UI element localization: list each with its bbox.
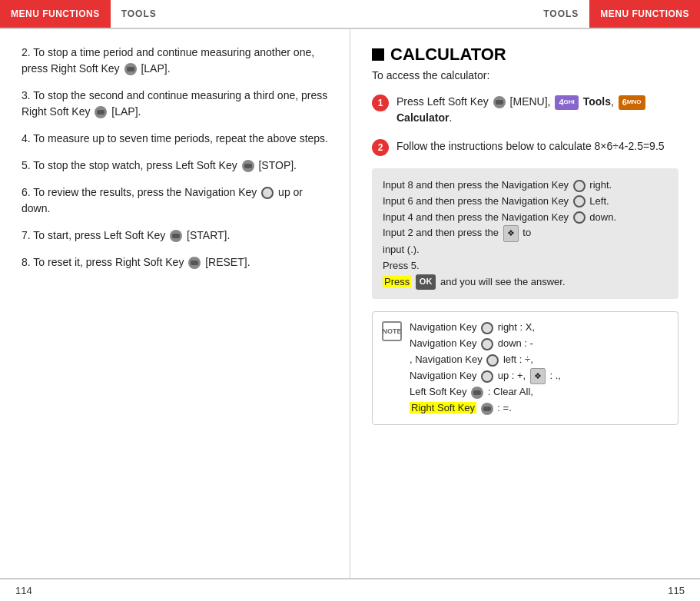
right-tools-label: TOOLS <box>532 8 589 19</box>
left-softkey-icon-nb <box>471 387 483 399</box>
section-title-square <box>372 48 384 61</box>
press-highlight: Press <box>383 276 411 287</box>
nav-circle-ib2 <box>573 195 586 208</box>
right-softkey-icon-2 <box>124 63 137 75</box>
left-menu-functions-badge: MENU FUNCTIONS <box>0 0 111 28</box>
left-softkey-icon-5 <box>242 160 254 172</box>
step-8: 8. To reset it, press Right Soft Key [RE… <box>22 254 328 271</box>
right-step-1: 1 Press Left Soft Key [MENU], 4GHI Tools… <box>372 94 678 126</box>
right-page-number: 115 <box>668 585 685 596</box>
left-softkey-icon-r1 <box>493 96 506 108</box>
right-page: CALCULATOR To access the calculator: 1 P… <box>350 29 700 578</box>
note-icon-inner: NOTE <box>382 321 402 341</box>
note-icon: NOTE <box>382 321 402 341</box>
nav-circle-ib3 <box>573 211 586 224</box>
step-2-text: Follow the instructions below to calcula… <box>396 138 665 154</box>
right-softkey-highlight: Right Soft Key <box>410 402 476 413</box>
footer-right: 115 <box>350 579 701 601</box>
nav-circle-nb4 <box>481 370 493 383</box>
step-5: 5. To stop the stop watch, press Left So… <box>22 158 328 174</box>
nav-circle-nb2 <box>481 338 493 350</box>
note-text: Navigation Key right : X, Navigation Key… <box>410 320 561 417</box>
header: MENU FUNCTIONS TOOLS MENU FUNCTIONS TOOL… <box>0 0 700 28</box>
left-page: 2. To stop a time period and continue me… <box>0 29 350 578</box>
right-menu-functions-badge: MENU FUNCTIONS <box>589 0 700 28</box>
hash-key-ib: ❖ <box>503 225 519 242</box>
section-title-text: CALCULATOR <box>390 45 506 65</box>
section-title: CALCULATOR <box>372 45 678 65</box>
header-left: MENU FUNCTIONS TOOLS <box>0 0 350 28</box>
subtitle: To access the calculator: <box>372 69 678 81</box>
left-tools-label: TOOLS <box>111 8 168 19</box>
hash-key-nb: ❖ <box>530 368 546 385</box>
step-4: 4. To measure up to seven time periods, … <box>22 131 328 147</box>
header-right: MENU FUNCTIONS TOOLS <box>350 0 701 28</box>
step-2: 2. To stop a time period and continue me… <box>22 45 328 77</box>
step-3: 3. To stop the second and continue measu… <box>22 88 328 120</box>
left-page-number: 114 <box>15 585 32 596</box>
nav-circle-nb3 <box>486 354 499 367</box>
to-text: to <box>523 227 531 239</box>
nav-circle-6 <box>261 187 274 199</box>
footer-left: 114 <box>0 579 350 601</box>
right-softkey-icon-nb <box>481 403 493 415</box>
right-softkey-icon-3 <box>95 106 107 118</box>
right-step-2: 2 Follow the instructions below to calcu… <box>372 138 678 156</box>
step-1-text: Press Left Soft Key [MENU], 4GHI Tools, … <box>396 94 678 126</box>
key-4ghi: 4GHI <box>555 95 578 110</box>
step-7: 7. To start, press Left Soft Key [START]… <box>22 227 328 244</box>
nav-circle-nb1 <box>481 322 493 334</box>
footer: 114 115 <box>0 578 700 601</box>
main-content: 2. To stop a time period and continue me… <box>0 28 700 578</box>
note-box: NOTE Navigation Key right : X, Navigatio… <box>372 311 678 425</box>
step-circle-1: 1 <box>372 95 389 111</box>
nav-circle-ib1 <box>573 180 586 192</box>
step-6: 6. To review the results, press the Navi… <box>22 184 328 217</box>
step-circle-2: 2 <box>372 139 389 156</box>
right-softkey-icon-8 <box>188 257 201 269</box>
instruction-box: Input 8 and then press the Navigation Ke… <box>372 168 678 299</box>
key-6mno: 6MNO <box>619 95 645 110</box>
ok-button-ib: OK <box>416 274 436 290</box>
left-softkey-icon-7 <box>170 230 182 242</box>
